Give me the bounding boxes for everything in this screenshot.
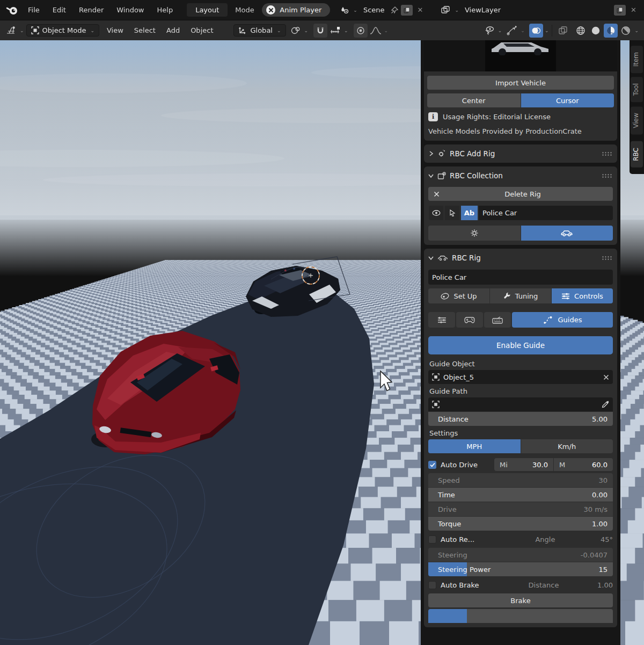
show-hide-selector[interactable] xyxy=(482,24,496,38)
vehicle-thumbnail[interactable] xyxy=(424,40,617,71)
hide-eye-toggle[interactable] xyxy=(429,206,443,220)
snap-toggle[interactable] xyxy=(313,24,327,38)
usage-rights-row: i Usage Rights: Editorial License xyxy=(428,112,613,121)
menu-help[interactable]: Help xyxy=(151,4,180,16)
chevron-down-icon: ⌄ xyxy=(521,28,525,33)
guide-distance-slider[interactable]: Distance 5.00 xyxy=(428,412,613,426)
gizmos-toggle[interactable] xyxy=(505,24,519,38)
drag-handle-dots[interactable] xyxy=(602,151,613,156)
auto-drive-checkbox[interactable] xyxy=(428,461,436,469)
mode-selector[interactable]: Object Mode ⌄ xyxy=(26,24,99,37)
new-scene-button[interactable] xyxy=(401,5,413,16)
guide-path-field[interactable] xyxy=(428,397,613,411)
overlays-toggle[interactable] xyxy=(529,24,543,38)
drag-handle-dots[interactable] xyxy=(602,256,613,260)
tab-set-up[interactable]: Set Up xyxy=(428,288,489,303)
guide-object-field[interactable]: Object_5 xyxy=(428,370,613,384)
cursor-option-button[interactable]: Cursor xyxy=(521,93,614,107)
m-field[interactable]: M 60.0 xyxy=(554,458,613,471)
tab-item[interactable]: Item xyxy=(631,46,643,73)
unlink-scene-icon[interactable]: ✕ xyxy=(415,6,426,14)
viewlayer-selector[interactable]: ⌄ ViewLayer ✕ xyxy=(441,5,639,16)
workspace-tab-layout[interactable]: Layout xyxy=(187,3,228,17)
time-slider[interactable]: Time 0.00 xyxy=(428,488,613,502)
pin-icon[interactable] xyxy=(391,6,398,14)
rename-ab-button[interactable]: Ab xyxy=(461,206,478,220)
subtab-keyboard[interactable] xyxy=(484,312,511,328)
menu-render[interactable]: Render xyxy=(72,4,110,16)
select-arrow-toggle[interactable] xyxy=(445,206,459,220)
rbc-collection-header[interactable]: RBC Collection xyxy=(428,169,613,183)
steering-slider[interactable]: Steering -0.0407 xyxy=(428,548,613,562)
torque-slider[interactable]: Torque 1.00 xyxy=(428,517,613,531)
workspace-tab-modeling-clipped[interactable]: Mode xyxy=(235,6,260,14)
anim-player-button[interactable]: Anim Player xyxy=(262,3,330,17)
menu-select[interactable]: Select xyxy=(129,24,161,37)
steering-power-slider[interactable]: Steering Power 15 xyxy=(428,562,613,576)
rbc-add-rig-panel: RBC Add Rig xyxy=(424,144,617,163)
transform-orientation-selector[interactable]: Global ⌄ xyxy=(233,24,286,37)
drive-slider[interactable]: Drive 30 m/s xyxy=(428,502,613,516)
new-viewlayer-button[interactable] xyxy=(614,5,626,16)
shading-material-button[interactable] xyxy=(604,24,618,38)
chevron-down-icon: ⌄ xyxy=(304,28,309,33)
tab-controls[interactable]: Controls xyxy=(552,288,613,303)
pivot-point-selector[interactable] xyxy=(289,24,303,38)
delete-rig-button[interactable]: Delete Rig xyxy=(428,187,613,201)
drag-handle-dots[interactable] xyxy=(602,173,613,178)
top-menu-bar: File Edit Render Window Help Layout Mode… xyxy=(0,0,644,20)
enable-guide-button[interactable]: Enable Guide xyxy=(428,336,613,354)
falloff-curve-icon xyxy=(370,26,382,35)
menu-edit[interactable]: Edit xyxy=(46,4,72,16)
center-option-button[interactable]: Center xyxy=(427,93,521,107)
shading-rendered-button[interactable] xyxy=(619,24,633,38)
subtab-gamepad[interactable] xyxy=(456,312,483,328)
wireframe-globe-icon xyxy=(576,26,586,35)
tab-view[interactable]: View xyxy=(631,106,643,134)
auto-brake-checkbox[interactable] xyxy=(428,581,436,589)
menu-window[interactable]: Window xyxy=(110,4,150,16)
mi-field[interactable]: Mi 30.0 xyxy=(494,458,553,471)
rbc-rig-header[interactable]: RBC Rig xyxy=(428,251,613,265)
car-icon xyxy=(560,229,573,237)
guide-path-label: Guide Path xyxy=(428,384,613,397)
brake-button[interactable]: Brake xyxy=(428,593,613,607)
tab-rbc[interactable]: RBC xyxy=(631,141,643,168)
remove-viewlayer-icon[interactable]: ✕ xyxy=(628,6,639,14)
rbc-add-rig-header[interactable]: RBC Add Rig xyxy=(428,147,613,161)
speed-slider[interactable]: Speed 30 xyxy=(428,473,613,487)
object-data-icon xyxy=(432,373,440,381)
tab-tuning[interactable]: Tuning xyxy=(490,288,551,303)
import-vehicle-button[interactable]: Import Vehicle xyxy=(427,76,614,90)
snap-target-selector[interactable] xyxy=(328,24,342,38)
eyedropper-icon[interactable] xyxy=(602,401,609,408)
proportional-editing-toggle[interactable] xyxy=(354,24,368,38)
provided-by-text: Vehicle Models Provided by ProductionCra… xyxy=(427,122,614,137)
collection-item-name-field[interactable]: Police Car xyxy=(479,206,613,220)
unit-mph-button[interactable]: MPH xyxy=(428,439,521,453)
scene-selector[interactable]: ⌄ Scene ✕ xyxy=(340,5,425,16)
menu-view[interactable]: View xyxy=(101,24,129,37)
vehicle-car-button[interactable] xyxy=(521,226,613,241)
sidebar-panel: Import Vehicle Center Cursor i Usage Rig… xyxy=(421,40,620,645)
proportional-falloff-selector[interactable] xyxy=(369,24,383,38)
shading-wireframe-button[interactable] xyxy=(574,24,588,38)
chevron-down-icon: ⌄ xyxy=(498,28,502,33)
menu-file[interactable]: File xyxy=(21,4,46,16)
editor-type-selector[interactable] xyxy=(4,24,18,38)
shading-solid-button[interactable] xyxy=(589,24,603,38)
close-circle-icon[interactable] xyxy=(266,5,275,15)
auto-reverse-checkbox[interactable] xyxy=(428,535,436,543)
tab-tool[interactable]: Tool xyxy=(631,77,643,102)
rig-vehicle-name-field[interactable]: Police Car xyxy=(428,270,613,285)
physics-gear-button[interactable] xyxy=(428,226,521,241)
subtab-guides[interactable]: Guides xyxy=(512,312,613,328)
menu-add[interactable]: Add xyxy=(161,24,185,37)
render-passes-button[interactable] xyxy=(556,24,570,38)
brake-strength-slider-partial[interactable] xyxy=(428,609,613,623)
unit-kmh-button[interactable]: Km/h xyxy=(521,439,613,453)
clear-x-icon[interactable] xyxy=(603,374,609,380)
overlays-icon xyxy=(531,26,541,35)
subtab-general[interactable] xyxy=(428,312,455,328)
menu-object[interactable]: Object xyxy=(185,24,218,37)
